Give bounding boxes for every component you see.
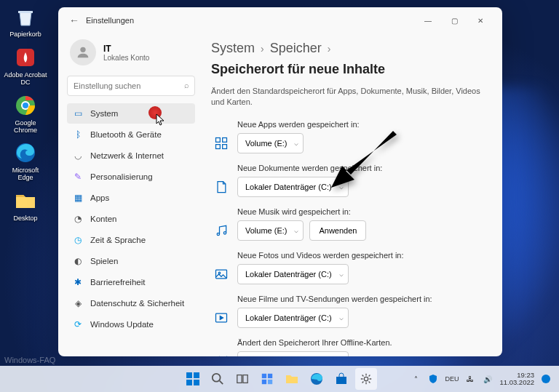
recycle-bin-icon — [12, 4, 39, 30]
close-button[interactable]: ✕ — [467, 10, 493, 31]
desktop-icon-chrome[interactable]: Google Chrome — [4, 92, 47, 135]
gamepad-icon: ◐ — [73, 256, 83, 266]
document-icon — [211, 178, 231, 196]
desktop-icon-label: Adobe Acrobat DC — [4, 72, 47, 87]
nav-apps[interactable]: ▦Apps — [67, 188, 195, 208]
tray-security-icon[interactable] — [427, 373, 439, 385]
music-icon — [211, 222, 231, 239]
search-button[interactable] — [207, 368, 229, 390]
search-icon: ⌕ — [184, 81, 189, 89]
svg-rect-18 — [194, 380, 199, 385]
apps-location-dropdown[interactable]: Volume (E:) — [237, 133, 304, 153]
apps-icon: ▦ — [73, 193, 83, 203]
account-block[interactable]: IT Lokales Konto — [67, 33, 195, 76]
setting-documents: Neue Dokumente werden gespeichert in: Lo… — [211, 164, 485, 197]
sidebar: IT Lokales Konto ⌕ ▭System ᛒBluetooth & … — [58, 33, 204, 356]
svg-rect-7 — [223, 137, 227, 142]
svg-point-27 — [364, 377, 368, 380]
film-icon — [211, 309, 231, 327]
watermark: Windows-FAQ — [4, 356, 55, 364]
desktop-icon-folder[interactable]: Desktop — [4, 188, 47, 223]
svg-point-11 — [223, 231, 226, 233]
apply-button[interactable]: Anwenden — [309, 220, 366, 241]
accessibility-icon: ✱ — [73, 277, 83, 287]
desktop-icon-label: Microsoft Edge — [4, 167, 47, 182]
nav-privacy[interactable]: ◈Datenschutz & Sicherheit — [67, 293, 195, 313]
desktop-icon-edge[interactable]: Microsoft Edge — [4, 140, 47, 182]
music-location-dropdown[interactable]: Volume (E:) — [237, 220, 304, 241]
nav-personalization[interactable]: ✎Personalisierung — [67, 167, 195, 187]
setting-photos: Neue Fotos und Videos werden gespeichert… — [211, 251, 485, 284]
nav-bluetooth[interactable]: ᛒBluetooth & Geräte — [67, 124, 195, 145]
nav-list: ▭System ᛒBluetooth & Geräte ◡Netzwerk & … — [67, 103, 195, 335]
tray-language[interactable]: DEU — [445, 375, 459, 383]
svg-point-10 — [217, 233, 219, 235]
svg-rect-15 — [186, 372, 192, 378]
nav-time[interactable]: ◷Zeit & Sprache — [67, 230, 195, 250]
setting-music: Neue Musik wird gespeichert in: Volume (… — [211, 207, 485, 241]
taskbar-store[interactable] — [330, 368, 352, 390]
taskbar-explorer[interactable] — [281, 368, 303, 390]
svg-rect-23 — [268, 374, 272, 378]
svg-point-28 — [542, 375, 550, 383]
svg-rect-6 — [216, 137, 221, 142]
svg-rect-25 — [268, 380, 272, 384]
content-area: System › Speicher › Speicherort für neue… — [204, 33, 502, 356]
chevron-right-icon: › — [261, 43, 264, 55]
system-tray: ˄ DEU 🖧 🔊 19:23 11.03.2022 — [410, 372, 552, 387]
desktop-icon-acrobat[interactable]: Adobe Acrobat DC — [4, 44, 47, 87]
taskbar-edge[interactable] — [306, 368, 328, 390]
brush-icon: ✎ — [73, 172, 83, 182]
maximize-button[interactable]: ▢ — [441, 10, 467, 31]
start-button[interactable] — [182, 368, 204, 390]
shield-icon: ◈ — [73, 298, 83, 308]
app-grid-icon — [211, 135, 231, 152]
acrobat-icon — [12, 44, 39, 71]
edge-icon — [12, 140, 39, 166]
nav-accessibility[interactable]: ✱Barrierefreiheit — [67, 272, 195, 292]
settings-window: ← Einstellungen — ▢ ✕ IT Lokales Konto ⌕… — [58, 7, 502, 356]
breadcrumb-storage[interactable]: Speicher — [270, 41, 322, 56]
taskview-button[interactable] — [231, 368, 253, 390]
nav-update[interactable]: ⟳Windows Update — [67, 314, 195, 335]
breadcrumb-system[interactable]: System — [211, 41, 255, 56]
desktop-icon-label: Google Chrome — [4, 120, 47, 135]
minimize-button[interactable]: — — [415, 10, 441, 31]
system-icon: ▭ — [73, 108, 83, 119]
chevron-right-icon: › — [328, 43, 331, 55]
movies-location-dropdown[interactable]: Lokaler Datenträger (C:) — [237, 308, 349, 328]
tray-volume-icon[interactable]: 🔊 — [482, 373, 493, 385]
titlebar: ← Einstellungen — ▢ ✕ — [58, 7, 502, 33]
svg-rect-22 — [262, 374, 266, 378]
desktop-icon-label: Papierkorb — [9, 31, 41, 39]
svg-rect-17 — [186, 380, 192, 385]
nav-network[interactable]: ◡Netzwerk & Internet — [67, 145, 195, 166]
wifi-icon: ◡ — [73, 151, 83, 161]
svg-point-3 — [23, 103, 28, 108]
avatar-icon — [70, 39, 96, 65]
setting-maps: Ändert den Speicherort Ihrer Offline-Kar… — [211, 338, 485, 356]
nav-gaming[interactable]: ◐Spielen — [67, 251, 195, 271]
maps-location-dropdown[interactable]: Lokaler Datenträger (C:) — [237, 351, 349, 356]
back-button[interactable]: ← — [67, 13, 82, 28]
desktop-icon-recycle-bin[interactable]: Papierkorb — [4, 4, 47, 39]
svg-rect-21 — [243, 375, 247, 383]
photos-location-dropdown[interactable]: Lokaler Datenträger (C:) — [237, 264, 349, 284]
tray-chevron-icon[interactable]: ˄ — [410, 373, 421, 385]
search-input[interactable] — [67, 76, 195, 96]
page-description: Ändert den Standardspeicherort für Apps,… — [211, 86, 485, 108]
nav-system[interactable]: ▭System — [67, 103, 195, 124]
breadcrumb-current: Speicherort für neue Inhalte — [211, 62, 385, 77]
update-icon: ⟳ — [73, 319, 83, 329]
svg-point-19 — [213, 374, 221, 382]
tray-network-icon[interactable]: 🖧 — [464, 373, 476, 385]
widgets-button[interactable] — [256, 368, 278, 390]
taskbar: ˄ DEU 🖧 🔊 19:23 11.03.2022 — [0, 366, 559, 392]
nav-accounts[interactable]: ◔Konten — [67, 209, 195, 229]
tray-notifications-icon[interactable] — [540, 373, 552, 385]
svg-rect-8 — [216, 144, 221, 148]
taskbar-settings[interactable] — [355, 368, 377, 390]
documents-location-dropdown[interactable]: Lokaler Datenträger (C:) — [237, 177, 349, 197]
tray-clock[interactable]: 19:23 11.03.2022 — [499, 372, 534, 387]
folder-icon — [12, 188, 39, 214]
